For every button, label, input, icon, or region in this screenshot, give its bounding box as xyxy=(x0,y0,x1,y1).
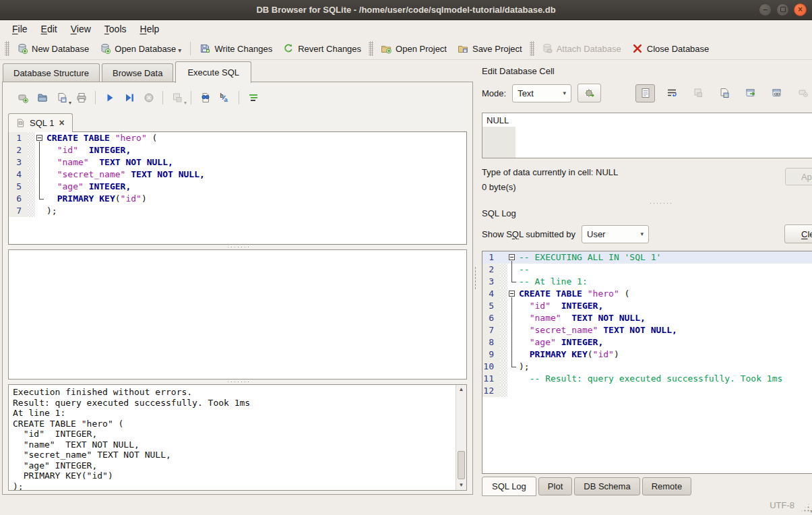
open-external-button[interactable] xyxy=(767,84,786,102)
sql-tab-close-icon[interactable]: × xyxy=(59,119,64,127)
scrollbar-thumb[interactable] xyxy=(458,451,465,479)
fold-guide xyxy=(35,193,45,205)
log-filter-value: User xyxy=(587,229,605,239)
format-sql-button[interactable] xyxy=(244,89,262,107)
save-sql-dropdown-caret[interactable]: ▾ xyxy=(69,100,71,106)
sql-editor[interactable]: 1CREATE TABLE "hero" (2 "id" INTEGER,3 "… xyxy=(8,131,467,245)
cell-value-editor[interactable]: NULL xyxy=(482,113,812,158)
resize-grip[interactable] xyxy=(801,503,810,512)
sql-log-title: SQL Log xyxy=(482,208,812,218)
docks-splitter[interactable] xyxy=(482,201,812,206)
log-filter-row: Show SQL submitted by User ▾ Clear xyxy=(482,222,812,246)
close-database-button[interactable]: Close Database xyxy=(627,40,715,57)
fold-marker-icon[interactable] xyxy=(507,288,518,300)
line-number: 9 xyxy=(482,349,500,361)
log-filter-label: Show SQL submitted by xyxy=(482,229,575,239)
fold-guide xyxy=(35,205,45,217)
code-line: 6 PRIMARY KEY("id") xyxy=(9,193,466,205)
code-text: -- EXECUTING ALL IN 'SQL 1' xyxy=(518,251,812,264)
code-text: "name" TEXT NOT NULL, xyxy=(45,156,466,169)
menu-edit[interactable]: Edit xyxy=(34,22,64,36)
dock-tab-sql-log[interactable]: SQL Log xyxy=(482,477,536,496)
result-grid[interactable] xyxy=(8,249,467,380)
new-sql-tab-button[interactable] xyxy=(13,89,32,107)
export-data-button[interactable] xyxy=(741,84,760,102)
print-button[interactable] xyxy=(72,89,90,107)
fold-marker-icon[interactable] xyxy=(507,251,518,264)
messages-scrollbar[interactable]: ▲ ▼ xyxy=(456,385,466,490)
clear-log-button[interactable]: Clear xyxy=(784,224,812,243)
code-line: 2 "id" INTEGER, xyxy=(9,144,466,156)
revert-changes-button[interactable]: Revert Changes xyxy=(278,40,367,57)
open-project-button[interactable]: Open Project xyxy=(375,40,452,57)
tab-execute-sql[interactable]: Execute SQL xyxy=(175,61,251,83)
text-view-icon xyxy=(640,88,651,98)
scroll-down-icon[interactable]: ▼ xyxy=(456,481,466,490)
replace-icon: b a xyxy=(220,92,230,103)
dock-tab-db-schema[interactable]: DB Schema xyxy=(574,477,639,495)
open-database-dropdown-caret[interactable]: ▾ xyxy=(178,47,181,54)
dock-tab-remote[interactable]: Remote xyxy=(642,477,692,495)
fold-guide xyxy=(507,349,518,361)
menu-file[interactable]: File xyxy=(5,22,34,36)
save-sql-file-button[interactable]: ▾ xyxy=(53,89,71,107)
cell-info-row: Type of data currently in cell: NULL 0 b… xyxy=(482,167,812,201)
apply-settings-button[interactable] xyxy=(577,84,601,102)
sql-tab-label: SQL 1 xyxy=(30,118,54,128)
code-line: 4 "secret_name" TEXT NOT NULL, xyxy=(9,169,466,181)
code-line: 8 "age" INTEGER, xyxy=(482,336,812,349)
replace-button[interactable]: b a xyxy=(216,89,234,107)
menu-view[interactable]: View xyxy=(64,22,98,36)
code-line: 11 -- Result: query executed successfull… xyxy=(482,373,812,385)
maximize-button[interactable] xyxy=(776,3,789,16)
open-database-button[interactable]: Open Database ▾ xyxy=(94,40,187,57)
menu-tools[interactable]: Tools xyxy=(98,22,133,36)
editor-results-splitter[interactable] xyxy=(8,245,467,249)
fold-guide xyxy=(507,336,518,349)
toolbar-drag-handle-3[interactable] xyxy=(530,41,534,56)
write-changes-button[interactable]: Write Changes xyxy=(194,40,278,57)
line-number: 4 xyxy=(9,169,28,181)
minimize-button[interactable]: – xyxy=(759,3,772,16)
fold-margin xyxy=(28,205,35,217)
scroll-up-icon[interactable]: ▲ xyxy=(456,385,466,394)
sql-1-tab[interactable]: SQL 1 × xyxy=(8,113,73,132)
close-button[interactable]: × xyxy=(794,3,807,16)
code-line: 9 PRIMARY KEY("id") xyxy=(482,349,812,361)
main-toolbar: New Database Open Database ▾ Write Chang… xyxy=(0,38,812,60)
code-line: 10); xyxy=(482,361,812,373)
new-database-button[interactable]: New Database xyxy=(11,40,94,57)
open-project-label: Open Project xyxy=(396,44,447,54)
line-number: 1 xyxy=(9,132,28,144)
code-text: -- xyxy=(518,264,812,276)
sql-log-view[interactable]: 1-- EXECUTING ALL IN 'SQL 1'2--3-- At li… xyxy=(482,251,812,474)
log-filter-select[interactable]: User ▾ xyxy=(582,225,649,243)
revert-changes-icon xyxy=(283,43,294,54)
fold-margin xyxy=(28,193,35,205)
fold-margin xyxy=(500,288,507,300)
open-sql-file-button[interactable] xyxy=(33,89,51,107)
fold-margin xyxy=(500,300,507,312)
toolbar-drag-handle[interactable] xyxy=(5,41,9,56)
toolbar-drag-handle-2[interactable] xyxy=(369,41,373,56)
fold-marker-icon[interactable] xyxy=(35,132,45,144)
dock-tab-plot[interactable]: Plot xyxy=(538,477,572,495)
line-number: 5 xyxy=(9,181,28,193)
word-wrap-button[interactable] xyxy=(662,84,681,102)
text-view-button[interactable] xyxy=(635,84,655,102)
menu-help[interactable]: Help xyxy=(133,22,166,36)
tab-database-structure[interactable]: Database Structure xyxy=(3,63,100,82)
save-as-file-button[interactable] xyxy=(714,84,734,102)
execute-line-button[interactable] xyxy=(120,89,138,107)
mode-select[interactable]: Text ▾ xyxy=(512,84,571,102)
code-line: 5 "id" INTEGER, xyxy=(482,300,812,312)
execute-all-button[interactable] xyxy=(100,89,119,107)
close-database-label: Close Database xyxy=(647,44,710,54)
code-text: ); xyxy=(518,361,812,373)
tab-browse-data[interactable]: Browse Data xyxy=(102,63,173,82)
code-text: PRIMARY KEY("id") xyxy=(518,349,812,361)
format-sql-icon xyxy=(248,92,259,103)
grid-messages-splitter[interactable] xyxy=(8,380,467,384)
find-button[interactable] xyxy=(196,89,214,107)
save-project-button[interactable]: Save Project xyxy=(452,40,528,57)
